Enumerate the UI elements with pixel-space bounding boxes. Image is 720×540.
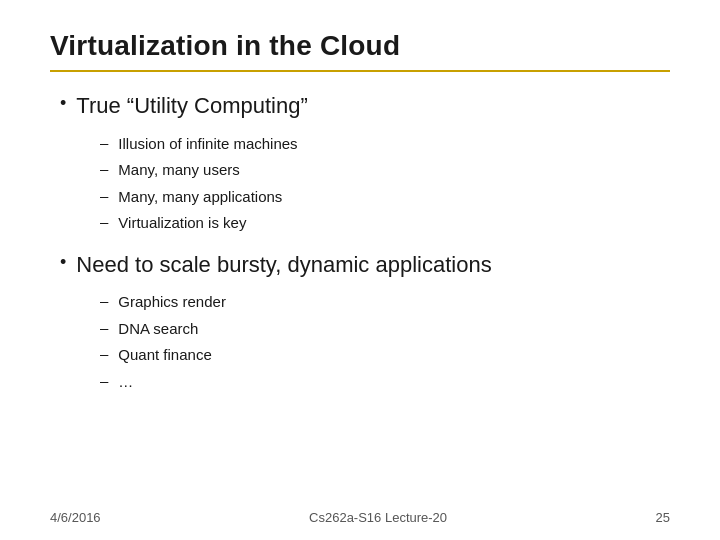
sub-bullet-2-3-text: Quant finance [118,344,211,367]
sub-bullet-1-3: – Many, many applications [100,186,670,209]
sub-bullet-1-1: – Illusion of infinite machines [100,133,670,156]
dash-icon: – [100,187,108,204]
sub-bullet-2-1-text: Graphics render [118,291,226,314]
dash-icon: – [100,319,108,336]
footer-course: Cs262a-S16 Lecture-20 [309,510,447,525]
title-underline [50,70,670,72]
title-section: Virtualization in the Cloud [50,30,670,72]
sub-bullet-1-4: – Virtualization is key [100,212,670,235]
sub-bullet-2-2: – DNA search [100,318,670,341]
sub-bullet-1-4-text: Virtualization is key [118,212,246,235]
footer: 4/6/2016 Cs262a-S16 Lecture-20 25 [0,510,720,525]
dash-icon: – [100,345,108,362]
bullet-2: • Need to scale bursty, dynamic applicat… [60,251,670,280]
sub-bullet-1-3-text: Many, many applications [118,186,282,209]
bullet-2-text: Need to scale bursty, dynamic applicatio… [76,251,491,280]
sub-bullet-2-3: – Quant finance [100,344,670,367]
dash-icon: – [100,372,108,389]
slide-title: Virtualization in the Cloud [50,30,670,62]
footer-date: 4/6/2016 [50,510,101,525]
dash-icon: – [100,213,108,230]
sub-bullet-2-4: – … [100,371,670,394]
sub-bullet-2-1: – Graphics render [100,291,670,314]
dash-icon: – [100,160,108,177]
dash-icon: – [100,134,108,151]
dash-icon: – [100,292,108,309]
footer-page: 25 [656,510,670,525]
bullet-1-text: True “Utility Computing” [76,92,307,121]
sub-bullet-1-2-text: Many, many users [118,159,239,182]
content-section: • True “Utility Computing” – Illusion of… [50,92,670,393]
sub-bullet-1-2: – Many, many users [100,159,670,182]
sub-bullet-2-4-text: … [118,371,133,394]
bullet-1: • True “Utility Computing” [60,92,670,121]
sub-bullets-2: – Graphics render – DNA search – Quant f… [100,291,670,393]
sub-bullet-2-2-text: DNA search [118,318,198,341]
sub-bullets-1: – Illusion of infinite machines – Many, … [100,133,670,235]
sub-bullet-1-1-text: Illusion of infinite machines [118,133,297,156]
bullet-dot-2: • [60,252,66,273]
bullet-dot-1: • [60,93,66,114]
slide: Virtualization in the Cloud • True “Util… [0,0,720,540]
